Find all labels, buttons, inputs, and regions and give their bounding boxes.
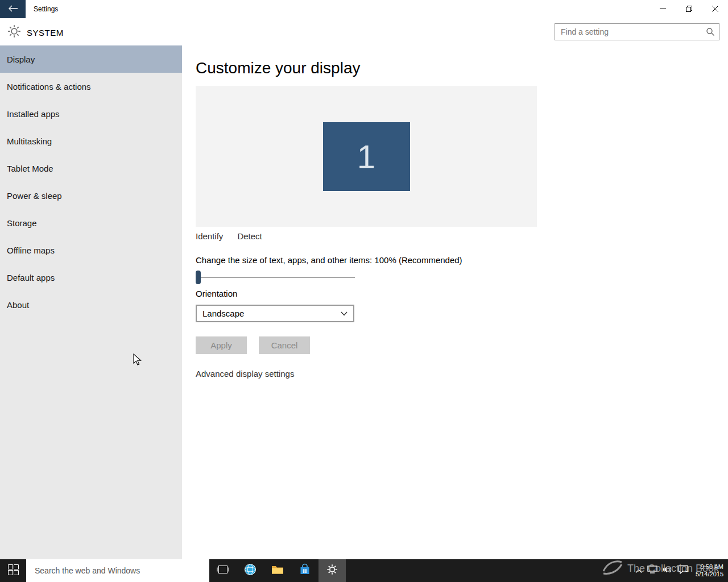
file-explorer-button[interactable]: [264, 559, 291, 582]
window-title: Settings: [34, 5, 58, 13]
sidebar-item-display[interactable]: Display: [0, 45, 182, 73]
sidebar-item-label: About: [7, 300, 29, 310]
window-controls: [650, 0, 728, 18]
task-view-icon: [217, 565, 229, 576]
close-icon: [712, 4, 718, 14]
sidebar-item-power-sleep[interactable]: Power & sleep: [0, 182, 182, 209]
slider-track[interactable]: [196, 277, 355, 278]
system-tray: 9:50 AM 5/14/2015: [635, 559, 728, 582]
orientation-dropdown[interactable]: Landscape: [196, 305, 354, 322]
settings-app-button[interactable]: [318, 559, 346, 582]
settings-gear-taskbar-icon: [326, 564, 338, 577]
speaker-icon: [663, 566, 673, 576]
page-section-title: SYSTEM: [27, 28, 64, 38]
sidebar-item-label: Offline maps: [7, 246, 55, 255]
sidebar-item-label: Notifications & actions: [7, 82, 91, 92]
store-bag-icon: [299, 563, 311, 578]
clock-time: 9:50 AM: [696, 563, 723, 571]
taskbar-clock[interactable]: 9:50 AM 5/14/2015: [696, 563, 723, 578]
sidebar-item-tablet-mode[interactable]: Tablet Mode: [0, 155, 182, 182]
browser-globe-icon: [244, 563, 257, 578]
sidebar-item-label: Default apps: [7, 273, 55, 282]
minimize-button[interactable]: [650, 0, 676, 18]
sidebar-item-installed-apps[interactable]: Installed apps: [0, 100, 182, 127]
sidebar-item-notifications[interactable]: Notifications & actions: [0, 73, 182, 100]
scale-slider[interactable]: [196, 271, 355, 284]
taskbar-search-input[interactable]: [26, 566, 209, 575]
scale-label: Change the size of text, apps, and other…: [196, 255, 728, 265]
back-button[interactable]: [0, 0, 26, 18]
sidebar-item-label: Storage: [7, 218, 37, 228]
slider-thumb[interactable]: [196, 271, 201, 284]
identify-detect-links: Identify Detect: [196, 231, 728, 241]
display-preview-area: 1: [196, 86, 537, 227]
back-arrow-icon: [8, 4, 18, 14]
cancel-button[interactable]: Cancel: [259, 336, 310, 354]
sidebar-item-label: Display: [7, 55, 35, 64]
find-setting-searchbox: [555, 23, 719, 40]
volume-tray-button[interactable]: [663, 566, 673, 576]
app-header: SYSTEM: [0, 18, 728, 45]
sidebar-item-offline-maps[interactable]: Offline maps: [0, 236, 182, 264]
settings-sidebar: Display Notifications & actions Installe…: [0, 45, 182, 559]
close-button[interactable]: [702, 0, 728, 18]
store-button[interactable]: [291, 559, 318, 582]
settings-window: Settings: [0, 0, 728, 582]
action-center-icon: [678, 565, 688, 576]
windows-start-icon: [8, 564, 19, 577]
taskbar: 9:50 AM 5/14/2015: [0, 559, 728, 582]
sidebar-item-label: Power & sleep: [7, 191, 62, 201]
start-button[interactable]: [0, 559, 26, 582]
chevron-up-icon: [635, 566, 642, 576]
restore-icon: [686, 4, 692, 14]
taskbar-search-box: [26, 559, 209, 582]
apply-button[interactable]: Apply: [196, 336, 247, 354]
advanced-display-settings-link[interactable]: Advanced display settings: [196, 369, 728, 379]
monitor-1[interactable]: 1: [323, 122, 410, 191]
detect-link[interactable]: Detect: [237, 231, 262, 241]
find-setting-input[interactable]: [555, 27, 702, 36]
action-center-button[interactable]: [678, 565, 688, 576]
orientation-label: Orientation: [196, 289, 728, 298]
minimize-icon: [660, 4, 666, 14]
sidebar-item-label: Tablet Mode: [7, 164, 53, 173]
titlebar: Settings: [0, 0, 728, 18]
sidebar-item-storage[interactable]: Storage: [0, 209, 182, 236]
file-explorer-folder-icon: [271, 564, 284, 577]
content-area: Display Notifications & actions Installe…: [0, 45, 728, 559]
settings-gear-icon: [7, 24, 22, 41]
network-icon: [647, 566, 657, 576]
tray-expand-button[interactable]: [635, 566, 642, 576]
monitor-number: 1: [357, 138, 375, 176]
chevron-down-icon: [335, 311, 353, 316]
network-tray-button[interactable]: [647, 566, 657, 576]
identify-link[interactable]: Identify: [196, 231, 223, 241]
display-settings-panel: Customize your display 1 Identify Detect…: [182, 45, 728, 559]
restore-button[interactable]: [676, 0, 702, 18]
orientation-selected-value: Landscape: [197, 309, 335, 318]
page-title: Customize your display: [196, 59, 728, 77]
sidebar-item-multitasking[interactable]: Multitasking: [0, 127, 182, 155]
section-title-block: SYSTEM: [7, 24, 64, 41]
sidebar-item-about[interactable]: About: [0, 291, 182, 318]
sidebar-item-label: Installed apps: [7, 109, 60, 119]
browser-button[interactable]: [237, 559, 264, 582]
action-buttons: Apply Cancel: [196, 336, 728, 354]
sidebar-item-label: Multitasking: [7, 136, 52, 146]
clock-date: 5/14/2015: [696, 571, 723, 578]
task-view-button[interactable]: [209, 559, 237, 582]
sidebar-item-default-apps[interactable]: Default apps: [0, 264, 182, 291]
search-icon[interactable]: [702, 27, 719, 36]
